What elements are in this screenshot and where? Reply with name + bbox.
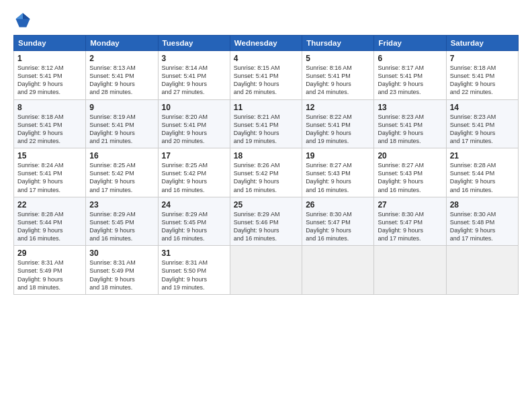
day-number: 18 — [234, 151, 298, 161]
day-cell — [230, 246, 302, 295]
day-info: Sunrise: 8:29 AMSunset: 5:45 PMDaylight:… — [162, 210, 226, 243]
day-cell: 24Sunrise: 8:29 AMSunset: 5:45 PMDayligh… — [158, 197, 230, 246]
day-number: 4 — [234, 54, 298, 63]
day-info: Sunrise: 8:23 AMSunset: 5:41 PMDaylight:… — [378, 113, 442, 146]
day-number: 15 — [17, 151, 82, 161]
day-number: 27 — [378, 200, 442, 210]
day-cell: 23Sunrise: 8:29 AMSunset: 5:45 PMDayligh… — [86, 197, 158, 246]
day-number: 16 — [89, 151, 154, 161]
day-info: Sunrise: 8:30 AMSunset: 5:47 PMDaylight:… — [306, 210, 370, 243]
day-info: Sunrise: 8:31 AMSunset: 5:49 PMDaylight:… — [17, 259, 82, 291]
week-row-2: 8Sunrise: 8:18 AMSunset: 5:41 PMDaylight… — [14, 99, 519, 148]
day-info: Sunrise: 8:25 AMSunset: 5:42 PMDaylight:… — [162, 161, 226, 194]
day-cell: 20Sunrise: 8:27 AMSunset: 5:43 PMDayligh… — [374, 148, 446, 197]
day-cell: 15Sunrise: 8:24 AMSunset: 5:41 PMDayligh… — [14, 148, 86, 197]
day-cell: 8Sunrise: 8:18 AMSunset: 5:41 PMDaylight… — [14, 99, 86, 148]
day-cell: 4Sunrise: 8:15 AMSunset: 5:41 PMDaylight… — [230, 51, 302, 100]
day-cell: 6Sunrise: 8:17 AMSunset: 5:41 PMDaylight… — [374, 51, 446, 100]
weekday-header-monday: Monday — [86, 36, 158, 51]
day-number: 9 — [89, 103, 154, 112]
day-number: 22 — [17, 200, 82, 210]
svg-marker-1 — [23, 13, 30, 19]
day-info: Sunrise: 8:17 AMSunset: 5:41 PMDaylight:… — [378, 64, 442, 97]
weekday-header-wednesday: Wednesday — [230, 36, 302, 51]
day-number: 14 — [450, 103, 515, 112]
day-info: Sunrise: 8:31 AMSunset: 5:49 PMDaylight:… — [89, 259, 154, 291]
day-number: 8 — [17, 103, 82, 112]
day-cell: 31Sunrise: 8:31 AMSunset: 5:50 PMDayligh… — [158, 246, 230, 295]
day-info: Sunrise: 8:18 AMSunset: 5:41 PMDaylight:… — [450, 64, 515, 97]
day-number: 12 — [306, 103, 370, 112]
day-number: 13 — [378, 103, 442, 112]
day-info: Sunrise: 8:28 AMSunset: 5:44 PMDaylight:… — [450, 161, 515, 194]
day-number: 19 — [306, 151, 370, 161]
day-cell — [374, 246, 446, 295]
day-number: 26 — [306, 200, 370, 210]
day-cell: 11Sunrise: 8:21 AMSunset: 5:41 PMDayligh… — [230, 99, 302, 148]
day-number: 25 — [234, 200, 298, 210]
weekday-header-tuesday: Tuesday — [158, 36, 230, 51]
day-number: 11 — [234, 103, 298, 112]
weekday-header-sunday: Sunday — [14, 36, 86, 51]
day-info: Sunrise: 8:27 AMSunset: 5:43 PMDaylight:… — [306, 161, 370, 194]
day-cell: 18Sunrise: 8:26 AMSunset: 5:42 PMDayligh… — [230, 148, 302, 197]
day-info: Sunrise: 8:15 AMSunset: 5:41 PMDaylight:… — [234, 64, 298, 97]
logo-icon — [13, 11, 32, 30]
day-info: Sunrise: 8:23 AMSunset: 5:41 PMDaylight:… — [450, 113, 515, 146]
day-info: Sunrise: 8:28 AMSunset: 5:44 PMDaylight:… — [17, 210, 82, 243]
day-cell: 21Sunrise: 8:28 AMSunset: 5:44 PMDayligh… — [446, 148, 518, 197]
day-number: 5 — [306, 54, 370, 63]
day-info: Sunrise: 8:22 AMSunset: 5:41 PMDaylight:… — [306, 113, 370, 146]
day-number: 3 — [162, 54, 226, 63]
week-row-1: 1Sunrise: 8:12 AMSunset: 5:41 PMDaylight… — [14, 51, 519, 100]
day-number: 6 — [378, 54, 442, 63]
weekday-header-row: SundayMondayTuesdayWednesdayThursdayFrid… — [14, 36, 519, 51]
day-info: Sunrise: 8:27 AMSunset: 5:43 PMDaylight:… — [378, 161, 442, 194]
day-number: 23 — [89, 200, 154, 210]
day-cell: 2Sunrise: 8:13 AMSunset: 5:41 PMDaylight… — [86, 51, 158, 100]
day-cell: 9Sunrise: 8:19 AMSunset: 5:41 PMDaylight… — [86, 99, 158, 148]
week-row-3: 15Sunrise: 8:24 AMSunset: 5:41 PMDayligh… — [14, 148, 519, 197]
svg-marker-2 — [16, 13, 24, 19]
calendar-header: SundayMondayTuesdayWednesdayThursdayFrid… — [14, 36, 519, 51]
day-number: 10 — [162, 103, 226, 112]
day-cell: 10Sunrise: 8:20 AMSunset: 5:41 PMDayligh… — [158, 99, 230, 148]
calendar-table: SundayMondayTuesdayWednesdayThursdayFrid… — [13, 35, 519, 295]
day-number: 29 — [17, 248, 82, 258]
day-info: Sunrise: 8:30 AMSunset: 5:47 PMDaylight:… — [378, 210, 442, 243]
day-cell: 5Sunrise: 8:16 AMSunset: 5:41 PMDaylight… — [302, 51, 374, 100]
day-cell — [446, 246, 518, 295]
header — [13, 11, 519, 30]
day-cell: 25Sunrise: 8:29 AMSunset: 5:46 PMDayligh… — [230, 197, 302, 246]
day-info: Sunrise: 8:29 AMSunset: 5:46 PMDaylight:… — [234, 210, 298, 243]
day-cell: 7Sunrise: 8:18 AMSunset: 5:41 PMDaylight… — [446, 51, 518, 100]
logo — [13, 11, 35, 30]
day-cell: 26Sunrise: 8:30 AMSunset: 5:47 PMDayligh… — [302, 197, 374, 246]
day-cell: 30Sunrise: 8:31 AMSunset: 5:49 PMDayligh… — [86, 246, 158, 295]
day-info: Sunrise: 8:25 AMSunset: 5:42 PMDaylight:… — [89, 161, 154, 194]
day-cell: 16Sunrise: 8:25 AMSunset: 5:42 PMDayligh… — [86, 148, 158, 197]
day-info: Sunrise: 8:12 AMSunset: 5:41 PMDaylight:… — [17, 64, 82, 97]
day-info: Sunrise: 8:29 AMSunset: 5:45 PMDaylight:… — [89, 210, 154, 243]
week-row-4: 22Sunrise: 8:28 AMSunset: 5:44 PMDayligh… — [14, 197, 519, 246]
day-cell: 14Sunrise: 8:23 AMSunset: 5:41 PMDayligh… — [446, 99, 518, 148]
day-number: 31 — [162, 248, 226, 258]
day-cell: 22Sunrise: 8:28 AMSunset: 5:44 PMDayligh… — [14, 197, 86, 246]
day-info: Sunrise: 8:13 AMSunset: 5:41 PMDaylight:… — [89, 64, 154, 97]
day-cell: 27Sunrise: 8:30 AMSunset: 5:47 PMDayligh… — [374, 197, 446, 246]
day-info: Sunrise: 8:14 AMSunset: 5:41 PMDaylight:… — [162, 64, 226, 97]
page: SundayMondayTuesdayWednesdayThursdayFrid… — [0, 0, 532, 411]
day-number: 7 — [450, 54, 515, 63]
day-info: Sunrise: 8:31 AMSunset: 5:50 PMDaylight:… — [162, 259, 226, 291]
day-number: 1 — [17, 54, 82, 63]
day-number: 24 — [162, 200, 226, 210]
day-cell: 29Sunrise: 8:31 AMSunset: 5:49 PMDayligh… — [14, 246, 86, 295]
day-cell: 3Sunrise: 8:14 AMSunset: 5:41 PMDaylight… — [158, 51, 230, 100]
weekday-header-friday: Friday — [374, 36, 446, 51]
day-info: Sunrise: 8:24 AMSunset: 5:41 PMDaylight:… — [17, 161, 82, 194]
day-info: Sunrise: 8:20 AMSunset: 5:41 PMDaylight:… — [162, 113, 226, 146]
weekday-header-saturday: Saturday — [446, 36, 518, 51]
day-cell: 19Sunrise: 8:27 AMSunset: 5:43 PMDayligh… — [302, 148, 374, 197]
calendar-body: 1Sunrise: 8:12 AMSunset: 5:41 PMDaylight… — [14, 51, 519, 295]
day-info: Sunrise: 8:30 AMSunset: 5:48 PMDaylight:… — [450, 210, 515, 243]
